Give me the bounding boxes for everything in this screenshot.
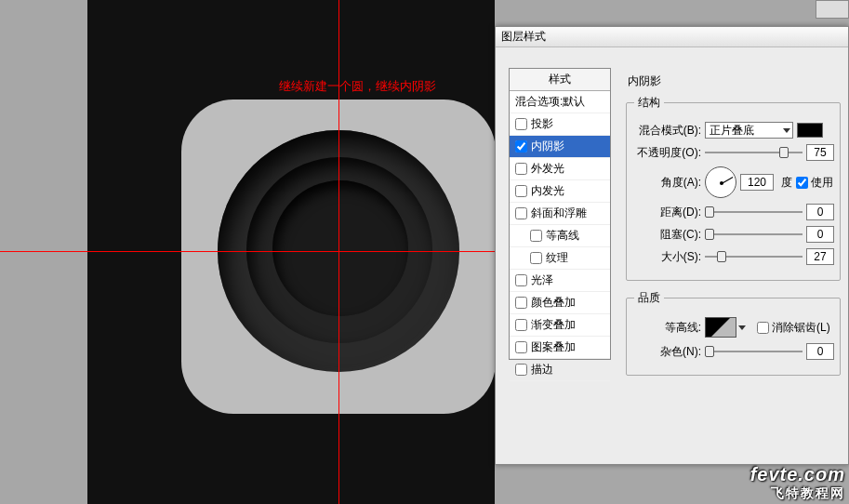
style-row-texture[interactable]: 纹理 (510, 247, 610, 270)
label-opacity: 不透明度(O): (634, 145, 701, 161)
style-label: 等高线 (546, 228, 606, 244)
row-opacity: 不透明度(O): 75 (634, 144, 834, 161)
contour-picker[interactable] (705, 317, 746, 338)
label-degree: 度 (781, 175, 792, 191)
checkbox-bevel-emboss[interactable] (515, 207, 527, 219)
annotation-text: 继续新建一个圆，继续内阴影 (279, 78, 436, 95)
label-noise: 杂色(N): (634, 344, 701, 360)
layer-style-dialog: 图层样式 样式 混合选项:默认 投影 内阴影 外发光 内发光 (495, 26, 849, 465)
chevron-down-icon (738, 325, 746, 330)
checkbox-use-global-input[interactable] (796, 177, 808, 189)
label-antialias: 消除锯齿(L) (772, 320, 830, 336)
label-blend-mode: 混合模式(B): (634, 123, 701, 139)
dialog-titlebar[interactable]: 图层样式 (496, 27, 848, 47)
label-angle: 角度(A): (634, 175, 701, 191)
input-size[interactable]: 27 (806, 248, 834, 265)
style-label: 颜色叠加 (531, 295, 606, 311)
checkbox-gradient-overlay[interactable] (515, 319, 527, 331)
style-label: 光泽 (531, 272, 606, 288)
angle-dial[interactable] (705, 166, 736, 198)
checkbox-antialias-input[interactable] (757, 322, 769, 334)
checkbox-stroke[interactable] (515, 364, 527, 376)
row-contour: 等高线: 消除锯齿(L) (634, 317, 834, 338)
style-row-blending-options[interactable]: 混合选项:默认 (510, 91, 610, 113)
checkbox-satin[interactable] (515, 274, 527, 286)
input-angle[interactable]: 120 (740, 174, 774, 191)
slider-distance[interactable] (705, 206, 803, 219)
style-row-contour[interactable]: 等高线 (510, 225, 610, 247)
style-row-drop-shadow[interactable]: 投影 (510, 113, 610, 136)
shape-circle-inner (272, 180, 408, 316)
checkbox-outer-glow[interactable] (515, 163, 527, 175)
style-label: 内发光 (531, 183, 606, 199)
watermark-domain: fevte.com (750, 464, 845, 485)
color-swatch[interactable] (797, 123, 823, 138)
row-angle: 角度(A): 120 度 使用 (634, 166, 834, 198)
row-noise: 杂色(N): 0 (634, 343, 834, 360)
structure-legend: 结构 (634, 95, 664, 111)
style-label: 渐变叠加 (531, 317, 606, 333)
slider-size[interactable] (705, 250, 803, 263)
style-row-stroke[interactable]: 描边 (510, 359, 610, 381)
checkbox-use-global-light[interactable]: 使用 (796, 175, 833, 191)
guide-vertical (338, 0, 339, 504)
checkbox-inner-glow[interactable] (515, 185, 527, 197)
style-row-color-overlay[interactable]: 颜色叠加 (510, 292, 610, 314)
style-label: 斜面和浮雕 (531, 206, 606, 221)
style-label: 外发光 (531, 161, 606, 177)
combo-value: 正片叠底 (710, 123, 754, 139)
style-row-pattern-overlay[interactable]: 图案叠加 (510, 337, 610, 359)
checkbox-texture[interactable] (530, 252, 542, 264)
row-choke: 阻塞(C): 0 (634, 226, 834, 243)
style-label: 纹理 (546, 250, 606, 266)
label-choke: 阻塞(C): (634, 227, 701, 243)
section-title: 内阴影 (628, 73, 841, 89)
style-row-bevel-emboss[interactable]: 斜面和浮雕 (510, 203, 610, 225)
label-contour: 等高线: (634, 320, 701, 336)
label-use-global: 使用 (811, 175, 833, 191)
style-row-inner-glow[interactable]: 内发光 (510, 180, 610, 203)
watermark: fevte.com 飞特教程网 (750, 464, 845, 502)
style-list: 样式 混合选项:默认 投影 内阴影 外发光 内发光 斜面和浮 (509, 68, 611, 360)
slider-opacity[interactable] (705, 146, 803, 159)
input-opacity[interactable]: 75 (806, 144, 834, 161)
style-label: 描边 (531, 362, 606, 378)
quality-group: 品质 等高线: 消除锯齿(L) 杂色(N): (626, 290, 841, 376)
style-label: 投影 (531, 116, 606, 132)
input-choke[interactable]: 0 (806, 226, 834, 243)
checkbox-pattern-overlay[interactable] (515, 341, 527, 353)
style-row-outer-glow[interactable]: 外发光 (510, 158, 610, 180)
style-label: 混合选项:默认 (515, 94, 606, 110)
quality-legend: 品质 (634, 290, 664, 306)
style-row-satin[interactable]: 光泽 (510, 270, 610, 292)
checkbox-drop-shadow[interactable] (515, 118, 527, 130)
input-distance[interactable]: 0 (806, 204, 834, 220)
style-row-inner-shadow[interactable]: 内阴影 (510, 136, 610, 158)
checkbox-contour[interactable] (530, 230, 542, 242)
settings-panel: 内阴影 结构 混合模式(B): 正片叠底 不透明度(O): 75 (620, 68, 848, 458)
slider-choke[interactable] (705, 228, 803, 241)
row-size: 大小(S): 27 (634, 248, 834, 265)
checkbox-color-overlay[interactable] (515, 297, 527, 309)
contour-swatch (705, 317, 736, 338)
style-list-header: 样式 (510, 69, 610, 91)
label-size: 大小(S): (634, 249, 701, 265)
dialog-title: 图层样式 (501, 29, 546, 45)
slider-noise[interactable] (705, 345, 803, 358)
row-blend-mode: 混合模式(B): 正片叠底 (634, 122, 834, 139)
structure-group: 结构 混合模式(B): 正片叠底 不透明度(O): 75 (626, 95, 841, 281)
checkbox-inner-shadow[interactable] (515, 140, 527, 153)
style-label: 图案叠加 (531, 339, 606, 355)
label-distance: 距离(D): (634, 205, 701, 220)
panel-stub-top (816, 0, 849, 19)
watermark-site: 飞特教程网 (750, 485, 845, 502)
style-label: 内阴影 (531, 139, 606, 154)
chevron-down-icon (783, 128, 790, 133)
checkbox-antialias[interactable]: 消除锯齿(L) (757, 320, 830, 336)
input-noise[interactable]: 0 (806, 343, 834, 360)
combo-blend-mode[interactable]: 正片叠底 (705, 122, 793, 139)
style-row-gradient-overlay[interactable]: 渐变叠加 (510, 314, 610, 337)
row-distance: 距离(D): 0 (634, 204, 834, 220)
